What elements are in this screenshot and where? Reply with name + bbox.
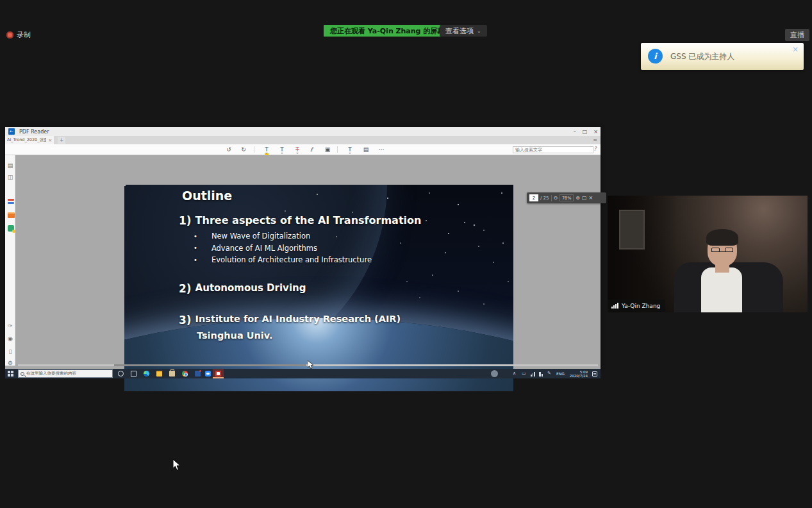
slide-title: Outline: [182, 189, 232, 203]
pdf-content-area: Outline 1) Three aspects of the AI Trans…: [15, 155, 601, 366]
typewriter-tool-button[interactable]: T: [345, 146, 355, 154]
page-total-label: / 25: [540, 196, 549, 201]
glasses: [711, 248, 733, 252]
slide-section-3: 3) Institute for AI Industry Research (A…: [179, 314, 401, 326]
strikethrough-tool-button[interactable]: T: [292, 146, 302, 154]
webcam-video[interactable]: Ya-Qin Zhang: [608, 196, 808, 312]
pdf-toolbar: ↺ ↻ T T T ℓ ▣ T ▤ ⋯ ?: [5, 144, 601, 155]
windows-taskbar: 在这里输入你要搜索的内容 ∧ ▭ ✎ ENG 5:09 2020/7/24: [5, 369, 601, 378]
pdf-search-input[interactable]: [513, 146, 593, 153]
undo-button[interactable]: ↺: [224, 146, 234, 154]
tab-filename: AI_Trend_2020_张亚勤.pdf: [7, 137, 46, 143]
host-toast: i GSS 已成为主持人 ×: [641, 43, 804, 70]
pdf-document-tab[interactable]: AI_Trend_2020_张亚勤.pdf ×: [5, 136, 54, 144]
widget-close-icon[interactable]: ×: [588, 195, 593, 201]
close-button[interactable]: ×: [593, 129, 598, 135]
tray-user-icon[interactable]: [491, 370, 498, 377]
redo-button[interactable]: ↻: [238, 146, 249, 154]
volume-icon[interactable]: [539, 372, 543, 377]
bullet-item: Advance of AI ML Algorithms: [194, 242, 372, 255]
zoom-level-value[interactable]: 78%: [559, 194, 574, 201]
toolbar-separator: [254, 146, 254, 153]
zoom-in-icon[interactable]: ⊕: [576, 195, 580, 201]
pdf-window-title: PDF Reader: [19, 129, 49, 135]
starfield-image: [124, 185, 126, 186]
pdf-reader-window: ← PDF Reader – □ × AI_Trend_2020_张亚勤.pdf…: [5, 127, 601, 369]
clock-date: 2020/7/24: [570, 374, 588, 378]
pages-panel-icon[interactable]: ▤: [6, 162, 14, 169]
minimize-button[interactable]: –: [574, 129, 576, 135]
zoom-out-icon[interactable]: ⊖: [554, 195, 558, 201]
pdf-sidebar: ▤ ◫ ✑ ◉ ▯ ⚙: [5, 155, 15, 366]
audio-level-icon: [611, 303, 618, 309]
split-view-icon[interactable]: ◫: [6, 173, 14, 181]
slide-bullets: New Wave of Digitalization Advance of AI…: [194, 230, 372, 266]
toast-message: GSS 已成为主持人: [670, 51, 734, 62]
earth-horizon-image: [124, 318, 513, 391]
pdf-titlebar[interactable]: ← PDF Reader – □ ×: [5, 127, 601, 136]
live-badge: 直播: [785, 29, 809, 41]
maximize-button[interactable]: □: [583, 129, 588, 135]
webcam-wall-panel: [619, 210, 645, 250]
tab-close-icon[interactable]: ×: [48, 138, 52, 143]
export-plugin-icon[interactable]: [6, 224, 14, 232]
slide-section-3-line2: Tsinghua Univ.: [197, 330, 273, 341]
tray-folder-icon[interactable]: ▭: [522, 371, 526, 376]
pen-icon[interactable]: ✎: [547, 371, 551, 376]
pdf-app-icon: ←: [8, 128, 15, 135]
bullet-item: New Wave of Digitalization: [194, 230, 372, 242]
slide-section-2: 2) Autonomous Driving: [179, 282, 306, 295]
action-center-icon[interactable]: [592, 371, 597, 377]
chevron-down-icon: ⌄: [477, 28, 481, 34]
meeting-screen: 录制 您正在观看 Ya-Qin Zhang 的屏幕 查看选项 ⌄ 直播 i GS…: [0, 0, 812, 508]
hand-tool-icon[interactable]: ✑: [6, 322, 14, 330]
view-options-label: 查看选项: [445, 26, 474, 36]
convert-icon[interactable]: [6, 198, 14, 205]
image-tool-button[interactable]: ▣: [322, 146, 333, 154]
toast-close-icon[interactable]: ×: [792, 45, 799, 54]
network-icon[interactable]: [531, 372, 535, 377]
bookmark-icon[interactable]: ▯: [6, 348, 14, 355]
pdf-tabbar: AI_Trend_2020_张亚勤.pdf × + ≡: [5, 136, 601, 144]
screen-share-banner: 您正在观看 Ya-Qin Zhang 的屏幕: [324, 25, 451, 37]
stamp-tool-button[interactable]: ▤: [361, 146, 371, 154]
page-nav-widget: / 25 ⊖ 78% ⊕ ▢ ×: [527, 192, 606, 203]
text-tool-button[interactable]: T: [277, 146, 287, 154]
signature-tool-button[interactable]: ℓ: [306, 146, 317, 154]
help-icon[interactable]: ?: [593, 146, 597, 152]
new-tab-button[interactable]: +: [58, 137, 65, 144]
slide-section-1: 1) Three aspects of the AI Transformatio…: [179, 214, 421, 227]
participant-name: Ya-Qin Zhang: [622, 303, 660, 309]
view-options-button[interactable]: 查看选项 ⌄: [440, 25, 487, 37]
toolbar-separator: [337, 146, 338, 153]
speaker-figure: [661, 210, 790, 312]
recording-dot-icon: [6, 31, 13, 38]
system-tray: ∧ ▭ ✎ ENG 5:09 2020/7/24: [5, 369, 601, 378]
tab-menu-icon[interactable]: ≡: [593, 137, 597, 143]
recording-indicator: 录制: [6, 30, 31, 40]
settings-gear-icon[interactable]: ⚙: [6, 359, 14, 367]
participant-name-label: Ya-Qin Zhang: [608, 300, 665, 312]
language-indicator[interactable]: ENG: [556, 371, 565, 376]
taskbar-clock[interactable]: 5:09 2020/7/24: [570, 370, 588, 378]
hidden-icons-chevron[interactable]: ∧: [513, 371, 516, 376]
highlight-tool-button[interactable]: T: [261, 146, 272, 154]
recording-label: 录制: [17, 30, 31, 40]
info-icon: i: [648, 49, 663, 64]
fit-page-icon[interactable]: ▢: [582, 195, 587, 201]
bullet-item: Evolution of Architecture and Infrastruc…: [194, 254, 372, 266]
scrollbar-thumb[interactable]: [114, 364, 306, 366]
read-mode-icon[interactable]: ◉: [6, 335, 14, 343]
print-plugin-icon[interactable]: [6, 212, 14, 219]
page-number-input[interactable]: [529, 194, 538, 201]
more-tools-button[interactable]: ⋯: [376, 146, 386, 154]
slide-page: Outline 1) Three aspects of the AI Trans…: [124, 185, 513, 391]
